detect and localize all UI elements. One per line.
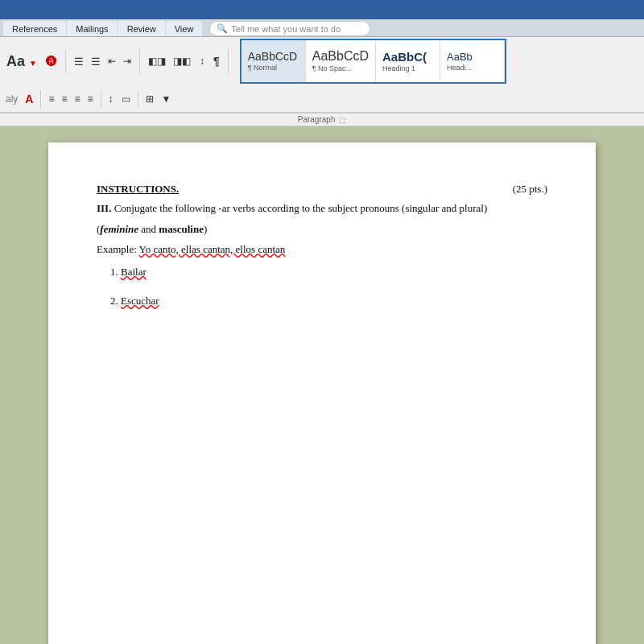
tab-mailings[interactable]: Mailings xyxy=(67,21,117,36)
style-heading1-preview: AaBbC( xyxy=(382,51,427,63)
divider-3 xyxy=(228,49,229,73)
style-heading2-preview: AaBb xyxy=(447,52,473,62)
aa-button[interactable]: Aa ▼ xyxy=(3,53,40,70)
paint-bucket-icon[interactable]: 🅐 xyxy=(43,52,60,70)
borders-dropdown[interactable]: ▼ xyxy=(159,91,175,107)
style-normal-preview: AaBbCcD xyxy=(248,51,297,62)
divider-6 xyxy=(138,90,138,108)
tab-view[interactable]: View xyxy=(166,21,203,36)
shading-button[interactable]: ▭ xyxy=(118,91,134,107)
masculine-text: masculine xyxy=(159,223,204,235)
section-number: III. xyxy=(97,202,111,214)
sort-button[interactable]: ↕ xyxy=(196,53,208,69)
verb-1: Bailar xyxy=(121,266,147,278)
instructions-label: INSTRUCTIONS. xyxy=(97,183,179,196)
style-normal[interactable]: AaBbCcD ¶ Normal xyxy=(242,40,306,82)
and-text: and xyxy=(138,223,159,235)
verb-2: Escuchar xyxy=(121,295,159,307)
font-color-button[interactable]: A xyxy=(22,90,36,108)
borders-button[interactable]: ⊞ xyxy=(142,91,157,107)
style-nospace-label: ¶ No Spac... xyxy=(312,64,352,72)
points-label: (25 pts.) xyxy=(513,183,547,196)
style-heading2-label: Headi... xyxy=(447,64,472,72)
align-group: ≡ ≡ ≡ ≡ xyxy=(45,91,96,107)
feminine-text: feminine xyxy=(100,223,138,235)
instructions-header: INSTRUCTIONS. (25 pts.) xyxy=(97,183,547,196)
ribbon-row-1: Aa ▼ 🅐 ☰ ☰ ⇤ ⇥ ◧◨ ◨◧ ↕ ¶ AaBbCcD ¶ Norma… xyxy=(0,37,644,85)
style-no-space[interactable]: AaBbCcD ¶ No Spac... xyxy=(306,40,376,82)
document-area: INSTRUCTIONS. (25 pts.) III. Conjugate t… xyxy=(0,126,644,644)
justify-button[interactable]: ≡ xyxy=(85,91,97,107)
document-page[interactable]: INSTRUCTIONS. (25 pts.) III. Conjugate t… xyxy=(48,142,596,644)
divider-2 xyxy=(139,49,140,73)
example-label: Example: xyxy=(97,243,137,255)
instruction-paragraph: III. Conjugate the following -ar verbs a… xyxy=(97,200,547,217)
tab-review[interactable]: Review xyxy=(118,21,165,36)
styles-panel: AaBbCcD ¶ Normal AaBbCcD ¶ No Spac... Aa… xyxy=(240,39,506,84)
decrease-indent-button[interactable]: ⇤ xyxy=(105,53,119,69)
align-right-button[interactable]: ≡ xyxy=(72,91,84,107)
divider-1 xyxy=(65,49,66,73)
right-to-left-button[interactable]: ◨◧ xyxy=(170,53,194,69)
close-paren: ) xyxy=(204,223,207,235)
divider-5 xyxy=(101,90,101,108)
verb-list: Bailar Escuchar xyxy=(121,266,547,308)
style-normal-label: ¶ Normal xyxy=(248,64,277,72)
divider-4 xyxy=(40,90,41,108)
style-heading2[interactable]: AaBb Headi... xyxy=(440,40,505,82)
list-item-2: Escuchar xyxy=(121,295,547,308)
paragraph-section-label: Paragraph ⬚ xyxy=(0,113,644,126)
ribbon: Aa ▼ 🅐 ☰ ☰ ⇤ ⇥ ◧◨ ◨◧ ↕ ¶ AaBbCcD ¶ Norma… xyxy=(0,37,644,126)
list-button-group: ☰ ☰ ⇤ ⇥ xyxy=(71,53,134,70)
title-bar xyxy=(0,0,644,19)
ribbon-row-2: aly A ≡ ≡ ≡ ≡ ↕ ▭ ⊞ ▼ xyxy=(0,85,644,113)
example-text: Yo canto, ellas cantan, ellos cantan xyxy=(139,243,286,255)
sub-instruction: (feminine and masculine) xyxy=(97,221,547,237)
style-heading1-label: Heading 1 xyxy=(382,64,415,72)
direction-button-group: ◧◨ ◨◧ xyxy=(145,53,194,69)
main-text: Conjugate the following -ar verbs accord… xyxy=(114,202,488,214)
numbered-list-button[interactable]: ☰ xyxy=(88,53,104,70)
list-item-1: Bailar xyxy=(121,266,547,279)
tell-me-input[interactable]: 🔍 Tell me what you want to do xyxy=(209,21,370,36)
style-nospace-preview: AaBbCcD xyxy=(312,50,369,63)
align-center-button[interactable]: ≡ xyxy=(58,91,70,107)
align-left-button[interactable]: ≡ xyxy=(45,91,57,107)
style-heading1[interactable]: AaBbC( Heading 1 xyxy=(376,40,440,82)
tab-references[interactable]: References xyxy=(3,21,66,36)
ribbon-tabs: References Mailings Review View 🔍 Tell m… xyxy=(0,19,644,37)
increase-indent-button[interactable]: ⇥ xyxy=(120,53,134,69)
para-mark-button[interactable]: ¶ xyxy=(210,52,223,70)
line-spacing-button[interactable]: ↕ xyxy=(105,91,117,107)
bullet-list-button[interactable]: ☰ xyxy=(71,53,87,70)
left-to-right-button[interactable]: ◧◨ xyxy=(145,53,169,69)
example-line: Example: Yo canto, ellas cantan, ellos c… xyxy=(97,242,547,258)
font-color-indicator: aly xyxy=(3,93,20,105)
